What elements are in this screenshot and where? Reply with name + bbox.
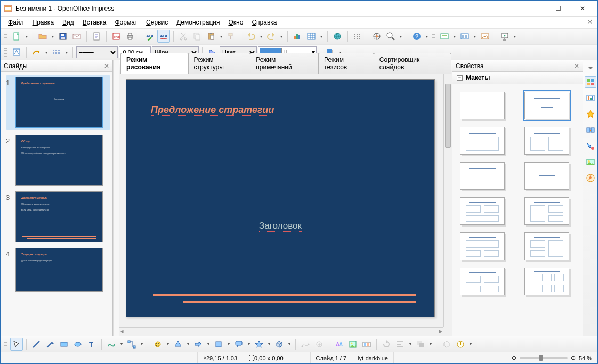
sidebar-config-icon[interactable]: [584, 63, 597, 72]
slide-layout-button[interactable]: [458, 30, 471, 43]
tab-outline[interactable]: Режим структуры: [188, 53, 251, 74]
slide-thumb-3[interactable]: 3 Долгосрочная цель Обозначить желаемую …: [6, 191, 110, 242]
copy-button[interactable]: [191, 30, 204, 43]
zoom-slider[interactable]: [520, 357, 568, 359]
minimize-button[interactable]: —: [522, 1, 546, 16]
3d-tool[interactable]: [273, 338, 286, 351]
layout-2x2[interactable]: [460, 197, 505, 225]
zoom-in-icon[interactable]: ⊕: [571, 354, 576, 361]
menu-edit[interactable]: Правка: [28, 18, 59, 27]
email-button[interactable]: [70, 30, 83, 43]
ellipse-tool[interactable]: [71, 338, 84, 351]
canvas-area[interactable]: Предложение стратегии Заголовок: [119, 74, 452, 336]
toolbar-grip[interactable]: [432, 31, 435, 42]
rotate-button[interactable]: [380, 338, 393, 351]
arrange-button[interactable]: [414, 338, 427, 351]
points-button[interactable]: [299, 338, 312, 351]
gluepoints-button[interactable]: [313, 338, 326, 351]
sidebar-tab-styles[interactable]: [585, 140, 596, 152]
menu-format[interactable]: Формат: [110, 18, 142, 27]
grid-button[interactable]: [351, 30, 363, 43]
line-style-button[interactable]: [50, 46, 63, 59]
more-dropdown[interactable]: ▾: [424, 30, 430, 43]
export-pdf-button[interactable]: PDF: [110, 30, 123, 43]
fontwork-button[interactable]: AA: [333, 338, 345, 351]
from-file-button[interactable]: [346, 338, 359, 351]
slide-canvas[interactable]: Предложение стратегии Заголовок: [126, 79, 435, 317]
open-button[interactable]: [36, 30, 49, 43]
zoom-dropdown[interactable]: ▾: [398, 30, 403, 43]
toolbar-grip[interactable]: [4, 339, 7, 350]
formatpaint-button[interactable]: [225, 30, 238, 43]
sidebar-tab-gallery[interactable]: [585, 156, 596, 168]
menu-help[interactable]: Справка: [247, 18, 281, 27]
navigator-button[interactable]: [370, 30, 383, 43]
open-dropdown[interactable]: ▾: [50, 30, 55, 43]
pane-splitter[interactable]: [113, 60, 119, 336]
select-tool[interactable]: [10, 338, 23, 351]
slide-title-placeholder[interactable]: Предложение стратегии: [151, 104, 274, 116]
slide-thumb-2[interactable]: 2 Обзор Благодарю вас за это время... Об…: [6, 135, 110, 186]
sidebar-tab-properties[interactable]: [585, 76, 596, 88]
paste-button[interactable]: [205, 30, 217, 43]
layout-title-content[interactable]: [524, 92, 569, 119]
autospell-button[interactable]: ABC: [157, 30, 170, 43]
close-panel-icon[interactable]: ✕: [574, 62, 579, 70]
tab-handout[interactable]: Режим тезисов: [318, 53, 374, 74]
table-button[interactable]: [305, 30, 318, 43]
close-button[interactable]: ✕: [570, 1, 594, 16]
new-dropdown[interactable]: ▾: [24, 30, 29, 43]
layout-1-2[interactable]: [524, 197, 569, 225]
maximize-button[interactable]: ☐: [546, 1, 570, 16]
table-dropdown[interactable]: ▾: [319, 30, 324, 43]
layout-title-bar[interactable]: [460, 162, 505, 190]
callout-tool[interactable]: [232, 338, 245, 351]
close-panel-icon[interactable]: ✕: [104, 62, 109, 70]
layout-centered[interactable]: [524, 162, 569, 190]
document-close-icon[interactable]: ✕: [587, 18, 593, 26]
help-button[interactable]: ?: [410, 30, 423, 43]
save-button[interactable]: [56, 30, 69, 43]
slide-design-button[interactable]: [479, 30, 491, 43]
rect-tool[interactable]: [58, 338, 70, 351]
layout-1-over-2[interactable]: [524, 232, 569, 260]
curve-tool[interactable]: [105, 338, 118, 351]
toolbar-grip[interactable]: [4, 31, 7, 42]
tab-sorter[interactable]: Сортировщик слайдов: [374, 53, 451, 74]
stars-tool[interactable]: [253, 338, 265, 351]
arrow-tool[interactable]: [44, 338, 56, 351]
line-style-select[interactable]: ━━━━: [76, 46, 118, 58]
vertical-scrollbar[interactable]: [443, 74, 452, 327]
block-arrows-tool[interactable]: [192, 338, 205, 351]
basic-shapes-tool[interactable]: [151, 338, 164, 351]
collapse-icon[interactable]: −: [457, 75, 463, 81]
slide-thumb-1[interactable]: 1 Предложение стратегии Заголовок: [6, 75, 110, 130]
symbol-shapes-tool[interactable]: [172, 338, 184, 351]
zoom-value[interactable]: 54 %: [579, 355, 592, 361]
slide-master-button[interactable]: [438, 30, 451, 43]
layout-title-only[interactable]: [460, 127, 505, 155]
cut-button[interactable]: [177, 30, 190, 43]
slide-subtitle-placeholder[interactable]: Заголовок: [259, 221, 302, 232]
tab-notes[interactable]: Режим примечаний: [250, 53, 319, 74]
menu-insert[interactable]: Вставка: [78, 18, 111, 27]
menu-slideshow[interactable]: Демонстрация: [172, 18, 224, 27]
gallery-button[interactable]: [360, 338, 373, 351]
layouts-section-header[interactable]: − Макеты: [452, 72, 583, 84]
undo-dropdown[interactable]: ▾: [258, 30, 264, 43]
new-button[interactable]: [10, 30, 23, 43]
align-button[interactable]: [394, 338, 407, 351]
sidebar-tab-navigator[interactable]: [585, 172, 596, 184]
edit-file-button[interactable]: [90, 30, 103, 43]
toolbar-grip[interactable]: [4, 47, 7, 58]
layout-2-1[interactable]: [460, 232, 505, 260]
line-tool[interactable]: [30, 338, 43, 351]
menu-view[interactable]: Вид: [58, 18, 78, 27]
slide-thumb-4[interactable]: 4 Текущая ситуация Дайте обзор текущей с…: [6, 248, 110, 292]
presentation-button[interactable]: [498, 30, 511, 43]
text-tool[interactable]: T: [85, 338, 98, 351]
redo-button[interactable]: [265, 30, 278, 43]
menu-tools[interactable]: Сервис: [142, 18, 172, 27]
sidebar-tab-master[interactable]: [585, 92, 596, 104]
sidebar-tab-animation[interactable]: [585, 108, 596, 120]
